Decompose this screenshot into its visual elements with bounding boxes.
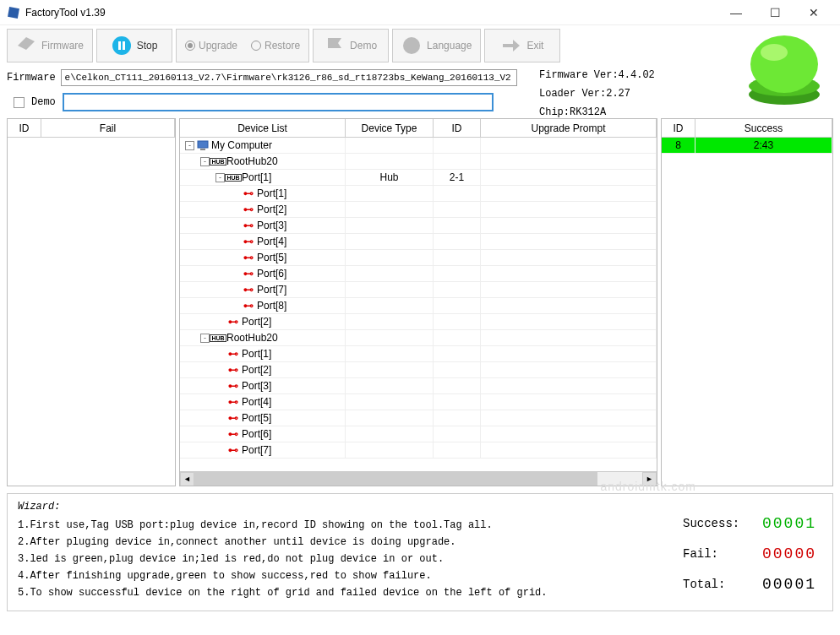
device-grid-header-type[interactable]: Device Type <box>346 119 434 137</box>
usb-icon: ⊷ <box>242 203 255 216</box>
tree-cell-id <box>434 250 481 266</box>
tree-cell-id <box>434 314 481 330</box>
tree-node-label: Port[1] <box>257 187 286 199</box>
maximize-button[interactable]: ☐ <box>755 0 794 25</box>
usb-icon: ⊷ <box>242 219 255 232</box>
success-grid-header-success[interactable]: Success <box>695 119 832 137</box>
tree-node-label: Port[6] <box>257 268 286 280</box>
tree-row[interactable]: ⊷Port[6] <box>180 426 657 442</box>
horizontal-scrollbar[interactable]: ◄ ► <box>180 471 657 486</box>
scroll-left-arrow[interactable]: ◄ <box>180 472 194 486</box>
tree-cell-id <box>434 266 481 282</box>
tree-cell-type <box>346 202 434 218</box>
tree-row[interactable]: ⊷Port[4] <box>180 234 657 250</box>
minimize-button[interactable]: — <box>717 0 755 25</box>
tree-row[interactable]: ⊷Port[6] <box>180 266 657 282</box>
scroll-right-arrow[interactable]: ► <box>642 472 657 486</box>
tree-cell-id <box>434 282 481 298</box>
restore-radio[interactable]: Restore <box>251 40 300 52</box>
firmware-button[interactable]: Firmware <box>7 29 93 62</box>
demo-label: Demo <box>31 96 56 108</box>
tree-row[interactable]: -HUBRootHub20 <box>180 330 657 346</box>
tree-row[interactable]: ⊷Port[3] <box>180 218 657 234</box>
hub-icon: HUB <box>226 171 240 184</box>
tree-cell-prompt <box>481 410 657 426</box>
svg-rect-0 <box>8 7 19 19</box>
stop-button[interactable]: Stop <box>96 29 172 62</box>
upgrade-radio[interactable]: Upgrade <box>185 40 237 52</box>
tree-node-label: Port[6] <box>242 428 271 440</box>
tree-node-label: Port[4] <box>257 236 286 247</box>
fail-grid-header-id[interactable]: ID <box>8 119 41 137</box>
tree-expander-icon[interactable]: - <box>215 173 225 182</box>
tree-cell-prompt <box>481 330 657 346</box>
tree-row[interactable]: ⊷Port[7] <box>180 282 657 298</box>
tree-cell-id <box>434 394 481 410</box>
tree-row[interactable]: ⊷Port[8] <box>180 298 657 314</box>
device-grid-body[interactable]: -My Computer-HUBRootHub20-HUBPort[1]Hub2… <box>180 138 657 471</box>
tree-cell-prompt <box>481 266 657 282</box>
success-grid-header-id[interactable]: ID <box>662 119 695 137</box>
radio-icon <box>185 41 195 51</box>
computer-icon <box>196 138 210 152</box>
demo-input[interactable] <box>63 93 494 111</box>
tree-expander-icon[interactable]: - <box>185 141 194 150</box>
tree-node-label: Port[5] <box>257 252 286 263</box>
tree-row[interactable]: ⊷Port[1] <box>180 186 657 202</box>
language-button[interactable]: Language <box>392 29 481 62</box>
demo-button[interactable]: Demo <box>313 29 389 62</box>
tree-row[interactable]: ⊷Port[1] <box>180 346 657 362</box>
demo-row: Demo <box>0 90 840 118</box>
svg-point-4 <box>403 37 420 54</box>
tree-row[interactable]: ⊷Port[5] <box>180 410 657 426</box>
tree-cell-id <box>434 218 481 234</box>
device-grid-header-id[interactable]: ID <box>434 119 481 137</box>
status-led-button[interactable] <box>742 30 826 106</box>
loader-version-label: Loader Ver:2.27 <box>539 84 655 103</box>
tree-row[interactable]: -HUBRootHub20 <box>180 154 657 170</box>
tree-cell-prompt <box>481 218 657 234</box>
tree-row[interactable]: ⊷Port[3] <box>180 378 657 394</box>
firmware-path-input[interactable] <box>61 69 517 86</box>
usb-icon: ⊷ <box>226 379 240 393</box>
tree-expander-icon[interactable]: - <box>200 334 210 343</box>
tree-row[interactable]: -HUBPort[1]Hub2-1 <box>180 170 657 186</box>
svg-point-8 <box>761 44 788 61</box>
demo-checkbox[interactable] <box>14 97 25 108</box>
exit-button[interactable]: Exit <box>484 29 560 62</box>
device-grid-header-prompt[interactable]: Upgrade Prompt <box>481 119 657 137</box>
stats-total-label: Total: <box>683 578 742 591</box>
tree-node-label: Port[7] <box>242 444 271 456</box>
usb-icon: ⊷ <box>226 363 240 377</box>
tree-row[interactable]: ⊷Port[4] <box>180 394 657 410</box>
fail-grid-header-fail[interactable]: Fail <box>41 119 175 137</box>
close-button[interactable]: ✕ <box>794 0 833 25</box>
tree-cell-type <box>346 186 434 202</box>
tree-row[interactable]: ⊷Port[7] <box>180 442 657 459</box>
window-title: FactoryTool v1.39 <box>25 7 717 19</box>
tree-row[interactable]: ⊷Port[2] <box>180 362 657 378</box>
tree-node-label: Port[1] <box>242 171 271 183</box>
tree-cell-type <box>346 234 434 250</box>
tree-cell-type <box>346 346 434 362</box>
tree-row[interactable]: ⊷Port[2] <box>180 202 657 218</box>
hub-icon: HUB <box>211 331 225 345</box>
tree-row[interactable]: ⊷Port[2] <box>180 314 657 330</box>
tree-row[interactable]: -My Computer <box>180 138 657 154</box>
tree-cell-prompt <box>481 282 657 298</box>
device-grid-header-device[interactable]: Device List <box>180 119 346 137</box>
wizard-title: Wizard: <box>18 501 822 513</box>
svg-rect-10 <box>200 149 205 150</box>
tree-cell-type <box>346 394 434 410</box>
tree-cell-type <box>346 330 434 346</box>
tree-expander-icon[interactable]: - <box>200 157 210 166</box>
tree-row[interactable]: ⊷Port[5] <box>180 250 657 266</box>
tree-cell-id <box>434 426 481 442</box>
tree-cell-type <box>346 154 434 170</box>
table-row[interactable]: 8 2:43 <box>662 138 832 154</box>
usb-icon: ⊷ <box>226 315 240 328</box>
svg-rect-3 <box>123 41 125 50</box>
firmware-button-label: Firmware <box>41 40 84 52</box>
scroll-thumb[interactable] <box>194 472 597 486</box>
fail-grid: ID Fail <box>7 118 176 486</box>
